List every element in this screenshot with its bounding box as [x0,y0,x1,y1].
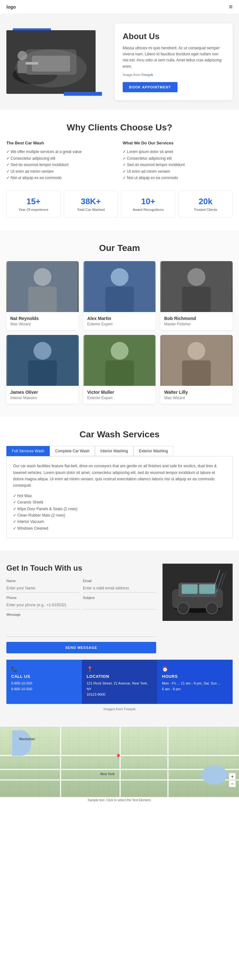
team-member-name: Bob Richmond [164,316,229,321]
team-member-name: James Oliver [10,390,75,395]
team-grid: Nat Reynolds Wax Wizard Alex Martin Exte… [6,261,233,404]
svg-point-8 [34,268,51,286]
freepik-link[interactable]: Freepik [141,73,153,76]
stat-number: 20k [182,197,229,207]
services-section: Car Wash Services Full Services Wash Com… [0,417,239,551]
map-section: Manhattan New York + − 📍 Sample text. Cl… [0,727,239,803]
hours-line-2: 6 am - 8 pm [162,686,228,692]
list-item: Clean Rubber Mats (2 rows) [13,512,226,519]
list-item: Sed do eiusmod tempor incididunt [123,162,233,168]
list-item: Ut enim ad minim veniam [6,168,116,175]
map-road [167,727,168,797]
stat-label: Year Of experience [10,208,57,212]
hours-line-1: Mon - Fri ... 11 am - 8 pm, Sat, Sun ... [162,681,228,686]
location-icon: 📍 [87,666,152,672]
phone-input[interactable] [6,601,80,609]
list-item: Windows Cleaned [13,525,226,531]
hamburger-icon[interactable]: ≡ [229,3,233,11]
list-item: Ut enim ad minim veniam [123,168,233,175]
contact-inner: Get In Touch With us Name Email Phone [6,564,233,653]
why-section: Why Clients Choose Us? The Best Car Wash… [0,110,239,230]
svg-point-11 [111,268,128,286]
map-road [120,727,121,797]
svg-rect-5 [18,60,27,73]
why-col-2: What We Do Our Services Lorem ipsum dolo… [123,141,233,181]
team-info: James Oliver Interior Maestro [6,386,79,404]
svg-rect-12 [105,286,134,312]
contact-form-area: Get In Touch With us Name Email Phone [6,564,156,653]
form-group-phone: Phone [6,596,80,609]
list-item: Consectetur adipiscing elit [123,155,233,162]
clock-icon: ⏰ [162,666,228,672]
svg-point-14 [188,268,205,286]
svg-rect-18 [28,360,57,386]
subject-label: Subject [83,596,156,600]
map-bottom-bar: Sample text. Click to select the Text El… [0,797,239,803]
team-photo [6,261,79,312]
map-newyork-label: New York [100,772,115,776]
zoom-out-button[interactable]: − [229,780,236,787]
svg-point-32 [206,603,218,614]
zoom-in-button[interactable]: + [229,773,236,780]
blue-bar-bottom [64,92,102,96]
svg-rect-15 [182,286,211,312]
list-item: Consectetur adipiscing elit [6,155,116,162]
team-member-role: Exterior Expert [87,396,152,400]
zoom-controls: + − [229,773,236,787]
info-card-text: Mon - Fri ... 11 am - 8 pm, Sat, Sun ...… [162,681,228,692]
team-member-name: Walter Lilly [164,390,229,395]
name-input[interactable] [6,584,80,593]
why-col1-heading: The Best Car Wash [6,141,116,145]
svg-rect-3 [32,56,70,72]
svg-rect-9 [28,286,57,312]
contact-form: Name Email Phone Subject [6,579,156,653]
tab-exterior-washing[interactable]: Exterior Washing [133,446,173,456]
team-section: Our Team Nat Reynolds Wax Wizard [0,230,239,417]
hero-section: About Us Massa ultrices mi quis hendreri… [0,14,239,110]
stat-label: Total Car Washed [67,208,114,212]
email-input[interactable] [83,584,156,593]
tab-content: Our car wash facilities feature flat-bel… [6,456,233,538]
map-road [60,727,61,797]
subject-input[interactable] [83,601,156,609]
team-member-role: Exterior Expert [87,322,152,326]
team-card: Alex Martin Exterior Expert [83,261,156,330]
form-group-subject: Subject [83,596,156,609]
list-item: Lorem ipsum dolor sit amet [123,148,233,155]
team-info: Walter Lilly Wax Wizard [160,386,233,404]
why-col2-list: Lorem ipsum dolor sit amet Consectetur a… [123,148,233,181]
tab-interior-washing[interactable]: Interior Washing [95,446,133,456]
why-col1-list: We offer multiple services at a great va… [6,148,116,181]
tab-complete-car-wash[interactable]: Complete Car Wash [50,446,95,456]
svg-rect-24 [182,360,211,386]
team-photo [160,261,233,312]
map-water [202,765,227,784]
svg-rect-6 [26,62,38,65]
team-member-role: Wax Wizard [164,396,229,400]
services-checklist: Hot Wax Ceramic Shield Wipe Door Panels … [13,493,226,531]
phone-icon: 📞 [11,666,77,672]
tab-full-services-wash[interactable]: Full Services Wash [6,446,50,456]
svg-rect-2 [26,49,77,75]
svg-point-31 [178,603,189,614]
team-photo [6,335,79,386]
info-card-location: 📍 LOCATION 121 Rock Street, 21 Avenue, N… [82,660,157,704]
team-info: Victor Muller Exterior Expert [83,386,156,404]
map-placeholder[interactable]: Manhattan New York + − 📍 [0,727,239,797]
info-card-title: CALL US [11,674,77,679]
team-photo [160,335,233,386]
team-card: Victor Muller Exterior Expert [83,335,156,404]
message-input[interactable] [6,618,156,637]
team-title: Our Team [6,243,233,253]
form-group-email: Email [83,579,156,593]
list-item: Wipe Door Panels & Seats (2 rows) [13,506,226,512]
contact-title: Get In Touch With us [6,564,156,573]
team-info: Alex Martin Exterior Expert [83,312,156,330]
send-message-button[interactable]: SEND MESSAGE [6,642,156,653]
team-card: Bob Richmond Master Polisher [160,261,233,330]
list-item: Nisi ut aliquip ex ea commodo [123,175,233,181]
images-from-credit: Images from Freepik [6,707,233,714]
book-appointment-button[interactable]: BOOK APPOINTMENT [123,82,178,92]
team-info: Nat Reynolds Wax Wizard [6,312,79,330]
why-grid: The Best Car Wash We offer multiple serv… [6,141,233,181]
